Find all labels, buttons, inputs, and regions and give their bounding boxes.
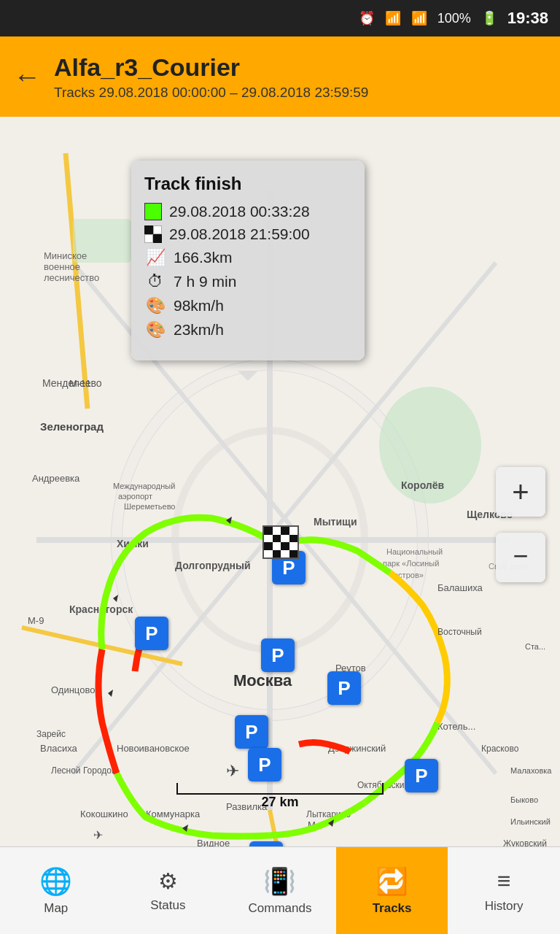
map-icon: 🌐 xyxy=(39,866,72,897)
parking-marker-5[interactable]: P xyxy=(235,715,268,749)
scale-right-tick xyxy=(382,783,384,795)
parking-marker-4[interactable]: P xyxy=(327,671,361,705)
svg-text:военное: военное xyxy=(44,261,80,272)
svg-text:Королёв: Королёв xyxy=(401,479,445,491)
battery-icon: 🔋 xyxy=(481,10,497,26)
svg-text:парк «Лосиный: парк «Лосиный xyxy=(383,559,439,568)
scale-bar: 27 km xyxy=(176,780,384,810)
svg-text:Одинцово: Одинцово xyxy=(51,684,95,695)
popup-start-time: 29.08.2018 00:33:28 xyxy=(169,203,310,220)
popup-maxspeed: 98km/h xyxy=(174,297,224,314)
nav-map-label: Map xyxy=(44,901,68,916)
svg-text:✈: ✈ xyxy=(93,829,103,841)
svg-text:Миниское: Миниское xyxy=(44,250,87,261)
svg-text:Жуковский: Жуковский xyxy=(503,838,547,846)
svg-text:М-9: М-9 xyxy=(28,615,44,626)
nav-status-label: Status xyxy=(150,898,185,913)
parking-marker-7[interactable]: P xyxy=(405,759,438,792)
checker-finish-icon xyxy=(144,225,162,243)
wifi-icon: 📶 xyxy=(385,10,401,26)
nav-commands-label: Commands xyxy=(249,901,312,916)
finish-marker xyxy=(262,525,299,559)
parking-marker-6[interactable]: P xyxy=(248,748,281,781)
popup-distance-row: 📈 166.3km xyxy=(144,248,347,267)
map-container[interactable]: Миниское военное лесничество Зеленоград … xyxy=(0,117,560,846)
airplane-icon: ✈ xyxy=(226,762,239,781)
svg-text:Новоивановское: Новоивановское xyxy=(117,743,190,754)
nav-status[interactable]: ⚙ Status xyxy=(112,847,225,934)
svg-text:Ста...: Ста... xyxy=(525,642,545,651)
svg-text:Власиха: Власиха xyxy=(40,743,78,754)
page-title: Alfa_r3_Courier xyxy=(54,53,368,82)
svg-text:Мытищи: Мытищи xyxy=(314,516,357,528)
popup-end-row: 29.08.2018 21:59:00 xyxy=(144,225,347,243)
svg-text:Шереметьево: Шереметьево xyxy=(124,502,175,511)
nav-history[interactable]: ≡ History xyxy=(448,847,560,934)
status-bar: ⏰ 📶 📶 100% 🔋 19:38 xyxy=(0,0,560,36)
svg-text:Восточный: Восточный xyxy=(438,627,482,637)
svg-text:Москва: Москва xyxy=(233,671,292,690)
page-subtitle: Tracks 29.08.2018 00:00:00 – 29.08.2018 … xyxy=(54,85,368,101)
duration-icon: ⏱ xyxy=(144,272,166,291)
popup-maxspeed-row: 🎨 98km/h xyxy=(144,296,347,315)
parking-marker-2[interactable]: P xyxy=(135,617,168,650)
popup-end-time: 29.08.2018 21:59:00 xyxy=(169,225,310,243)
popup-title: Track finish xyxy=(144,174,347,194)
distance-icon: 📈 xyxy=(144,248,166,267)
popup-distance: 166.3km xyxy=(174,249,233,266)
clock-icon: ⏰ xyxy=(359,10,375,26)
popup-avgspeed-row: 🎨 23km/h xyxy=(144,320,347,339)
time-label: 19:38 xyxy=(508,9,548,28)
track-popup: Track finish 29.08.2018 00:33:28 29.08.2… xyxy=(131,161,365,360)
nav-tracks-label: Tracks xyxy=(373,901,412,916)
signal-icon: 📶 xyxy=(411,10,427,26)
svg-text:аэропорт: аэропорт xyxy=(118,492,152,501)
popup-duration: 7 h 9 min xyxy=(174,273,236,290)
avgspeed-icon: 🎨 xyxy=(144,320,166,339)
popup-duration-row: ⏱ 7 h 9 min xyxy=(144,272,347,291)
scale-line xyxy=(176,780,384,795)
popup-avgspeed: 23km/h xyxy=(174,321,224,339)
tracks-icon: 🔁 xyxy=(376,866,408,897)
svg-text:Лесной Городок: Лесной Городок xyxy=(51,765,116,776)
zoom-out-button[interactable]: − xyxy=(496,533,545,582)
nav-history-label: History xyxy=(485,899,524,914)
green-start-icon xyxy=(144,203,162,220)
parking-marker-3[interactable]: P xyxy=(261,638,295,672)
svg-text:Долгопрудный: Долгопрудный xyxy=(175,560,251,571)
svg-text:Ильинский: Ильинский xyxy=(510,817,551,826)
svg-text:Кокошкино: Кокошкино xyxy=(80,808,128,819)
battery-label: 100% xyxy=(438,11,471,26)
svg-text:Котель...: Котель... xyxy=(438,721,475,732)
svg-text:лесничество: лесничество xyxy=(44,272,99,283)
svg-text:Красково: Красково xyxy=(481,744,519,754)
nav-map[interactable]: 🌐 Map xyxy=(0,847,112,934)
svg-text:Балашиха: Балашиха xyxy=(438,582,483,593)
svg-text:Быково: Быково xyxy=(510,795,538,804)
svg-text:Зеленоград: Зеленоград xyxy=(40,420,104,433)
status-icon: ⚙ xyxy=(158,868,178,894)
svg-text:Зарейс: Зарейс xyxy=(36,729,66,739)
nav-tracks[interactable]: 🔁 Tracks xyxy=(336,847,448,934)
parking-marker-8[interactable]: P xyxy=(249,841,283,846)
svg-text:Андреевка: Андреевка xyxy=(32,473,80,484)
scale-label: 27 km xyxy=(261,795,298,810)
svg-text:Национальный: Национальный xyxy=(386,547,443,556)
nav-commands[interactable]: 📳 Commands xyxy=(224,847,336,934)
zoom-in-button[interactable]: + xyxy=(496,467,545,517)
header-text: Alfa_r3_Courier Tracks 29.08.2018 00:00:… xyxy=(54,53,368,101)
svg-text:Международный: Международный xyxy=(113,482,175,490)
popup-start-row: 29.08.2018 00:33:28 xyxy=(144,203,347,220)
svg-text:Малаховка: Малаховка xyxy=(510,766,552,775)
svg-text:М-11: М-11 xyxy=(69,378,91,389)
bottom-nav: 🌐 Map ⚙ Status 📳 Commands 🔁 Tracks ≡ His… xyxy=(0,846,560,934)
maxspeed-icon: 🎨 xyxy=(144,296,166,315)
history-icon: ≡ xyxy=(497,868,511,895)
back-button[interactable]: ← xyxy=(13,61,41,93)
header: ← Alfa_r3_Courier Tracks 29.08.2018 00:0… xyxy=(0,36,560,117)
commands-icon: 📳 xyxy=(263,866,296,897)
